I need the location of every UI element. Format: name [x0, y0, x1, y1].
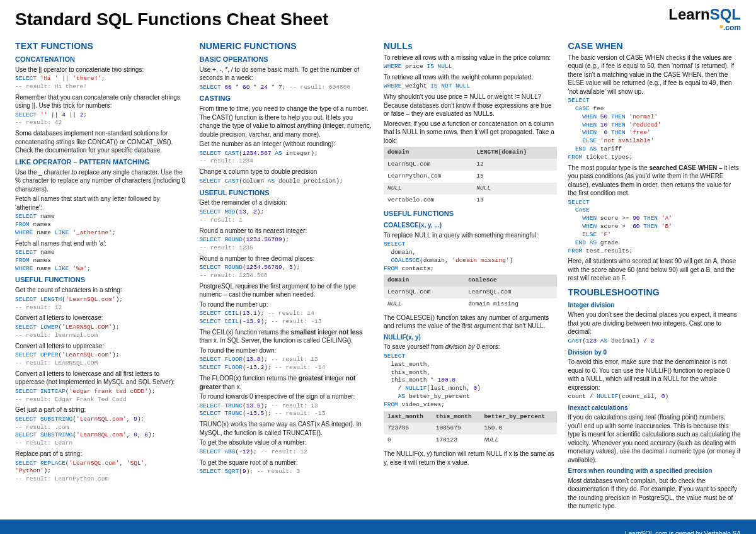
table-row: LearnSQL.com12 — [384, 159, 557, 171]
code-block: SELECT domain, COALESCE(domain, 'domain … — [384, 241, 557, 273]
text: The basic version of CASE WHEN checks if… — [568, 54, 742, 96]
table-nullif: last_monththis_monthbetter_by_percent 72… — [384, 411, 557, 446]
text: Moreover, if you use a function or conca… — [384, 120, 557, 145]
code-block: SELECT ROUND(1234.56789, 3); -- result: … — [200, 264, 373, 280]
text: Here, all students who scored at least 9… — [568, 257, 742, 283]
code-block: WHERE weight IS NOT NULL — [384, 82, 557, 91]
heading-inexact-calculations: Inexact calculations — [568, 404, 742, 412]
table-row: vertabelo.com13 — [384, 195, 557, 207]
text: PostgreSQL requires the first argument t… — [200, 282, 373, 299]
code-block: SELECT SQRT(9); -- result: 3 — [200, 468, 373, 476]
text: Fetch all names that start with any lett… — [15, 195, 188, 212]
code-block: SELECT last_month, this_month, this_mont… — [384, 353, 557, 409]
text: To round the number up: — [200, 300, 373, 309]
heading-useful-functions-2: USEFUL FUNCTIONS — [200, 188, 373, 198]
code-block: SELECT ROUND(1234.56789); -- result: 123… — [200, 236, 373, 253]
text: To get the square root of a number: — [200, 458, 373, 467]
heading-case-when: CASE WHEN — [568, 40, 742, 52]
code-block: SELECT name FROM names WHERE name LIKE '… — [15, 249, 188, 273]
code-block: SELECT INITCAP('edgar frank ted cODD'); … — [15, 388, 188, 404]
code-block: SELECT CEIL(13.1); -- result: 14 SELECT … — [200, 310, 373, 326]
text: If you do calculations using real (float… — [568, 413, 742, 464]
code-block: SELECT ABS(-12); -- result: 12 — [200, 448, 373, 457]
text: To avoid this error, make sure that the … — [568, 358, 742, 392]
heading-coalesce: COALESCE(x, y, ...) — [384, 221, 557, 230]
text: To get the absolute value of a number: — [200, 438, 373, 447]
heading-division-by-zero: Division by 0 — [568, 348, 742, 357]
text: Round a number to three decimal places: — [200, 254, 373, 263]
text: Use the _ character to replace any singl… — [15, 168, 188, 194]
text: Get the number as an integer (without ro… — [200, 140, 373, 149]
columns: TEXT FUNCTIONS CONCATENATION Use the || … — [0, 37, 756, 520]
column-3: NULLs To retrieve all rows with a missin… — [384, 37, 557, 512]
text: Most databases won't complain, but do ch… — [568, 477, 742, 511]
page: Standard SQL Functions Cheat Sheet Learn… — [0, 0, 756, 534]
text: The CEIL(x) function returns the smalles… — [200, 328, 373, 345]
code-block: SELECT LOWER('LEARNSQL.COM'); -- result:… — [15, 324, 188, 340]
table-row: LearnPython.com15 — [384, 171, 557, 183]
text: Remember that you can concatenate only c… — [15, 93, 188, 110]
heading-casting: CASTING — [200, 94, 373, 103]
footer-right: LearnSQL.com is owned by Vertabelo SA ve… — [617, 530, 741, 534]
text: TRUNC(x) works the same way as CAST(x AS… — [200, 420, 373, 437]
heading-nulls: NULLs — [384, 40, 557, 52]
column-4: CASE WHEN The basic version of CASE WHEN… — [568, 37, 742, 512]
heading-troubleshooting: TROUBLESHOOTING — [568, 287, 742, 298]
text: The NULLIF(x, y) function will return NU… — [384, 450, 557, 467]
text: To replace NULL in a query with somethin… — [384, 231, 557, 240]
table-row: NULLNULL — [384, 183, 557, 195]
heading-useful-functions-3: USEFUL FUNCTIONS — [384, 209, 557, 219]
heading-nullif: NULLIF(x, y) — [384, 333, 557, 342]
logo: LearnSQL •.com — [668, 8, 741, 31]
code-block: SELECT LENGTH('LearnSQL.com'); -- result… — [15, 296, 188, 312]
text: To retrieve all rows with the weight col… — [384, 73, 557, 82]
code-block: SELECT 60 * 60 * 24 * 7; -- result: 6048… — [200, 84, 373, 92]
header: Standard SQL Functions Cheat Sheet Learn… — [0, 0, 756, 37]
code-block: SELECT TRUNC(13.5); -- result: 13 SELECT… — [200, 402, 373, 419]
code-block: SELECT SUBSTRING('LearnSQL.com', 9); -- … — [15, 416, 188, 448]
table-length-domain: domainLENGTH(domain) LearnSQL.com12 Lear… — [384, 147, 557, 206]
text: Fetch all names that end with 'a': — [15, 239, 188, 248]
text: The most popular type is the searched CA… — [568, 164, 742, 198]
text: Use +, -, *, / to do some basic math. To… — [200, 65, 373, 82]
heading-basic-operations: BASIC OPERATIONS — [200, 55, 373, 64]
code-block: SELECT CAST(1234.567 AS integer); -- res… — [200, 150, 373, 166]
text: Convert all letters to lowercase: — [15, 314, 188, 322]
text: Replace part of a string: — [15, 450, 188, 458]
column-1: TEXT FUNCTIONS CONCATENATION Use the || … — [15, 37, 188, 512]
code-block: SELECT FLOOR(13.8); -- result: 13 SELECT… — [200, 356, 373, 372]
heading-text-functions: TEXT FUNCTIONS — [15, 40, 188, 52]
heading-integer-division: Integer division — [568, 301, 742, 310]
text: To round towards 0 irrespective of the s… — [200, 392, 373, 401]
code-block: SELECT REPLACE('LearnSQL.com', 'SQL', 'P… — [15, 460, 188, 484]
table-row: NULLdomain missing — [384, 298, 557, 310]
text: Get just a part of a string: — [15, 406, 188, 414]
code-block: SELECT '' || 4 || 2; -- result: 42 — [15, 111, 188, 128]
code-block: SELECT CAST(column AS double precision); — [200, 178, 373, 186]
table-row: 0178123NULL — [384, 435, 557, 446]
table-coalesce: domaincoalesce LearnSQL.comLearnSQL.com … — [384, 275, 557, 310]
text: Get the count of characters in a string: — [15, 286, 188, 295]
text: The FLOOR(x) function returns the greate… — [200, 374, 373, 391]
heading-rounding-errors: Errors when rounding with a specified pr… — [568, 467, 742, 475]
code-block: CAST(123 AS decimal) / 2 — [568, 338, 742, 346]
code-block: SELECT CASE fee WHEN 50 THEN 'normal' WH… — [568, 97, 742, 162]
code-block: SELECT CASE WHEN score >= 90 THEN 'A' WH… — [568, 199, 742, 256]
heading-like: LIKE OPERATOR – PATTERN MATCHING — [15, 157, 188, 167]
column-2: NUMERIC FUNCTIONS BASIC OPERATIONS Use +… — [200, 37, 373, 512]
heading-useful-functions-1: USEFUL FUNCTIONS — [15, 275, 188, 285]
text: Convert all letters to lowercase and all… — [15, 370, 188, 387]
text: To retrieve all rows with a missing valu… — [384, 54, 557, 62]
text: Why shouldn't you use price = NULL or we… — [384, 93, 557, 118]
text: Use the || operator to concatenate two s… — [15, 65, 188, 74]
text: Convert all letters to uppercase: — [15, 342, 188, 351]
text: From time to time, you need to change th… — [200, 105, 373, 139]
text: The COALESCE() function takes any number… — [384, 314, 557, 331]
code-block: SELECT name FROM names WHERE name LIKE '… — [15, 213, 188, 237]
table-row: 7237861085679150.0 — [384, 423, 557, 435]
code-block: SELECT UPPER('LearnSQL.com'); -- result:… — [15, 351, 188, 368]
text: Change a column type to double precision — [200, 168, 373, 176]
text: Round a number to its nearest integer: — [200, 227, 373, 236]
text: When you don't see the decimal places yo… — [568, 310, 742, 336]
text: To round the number down: — [200, 346, 373, 355]
